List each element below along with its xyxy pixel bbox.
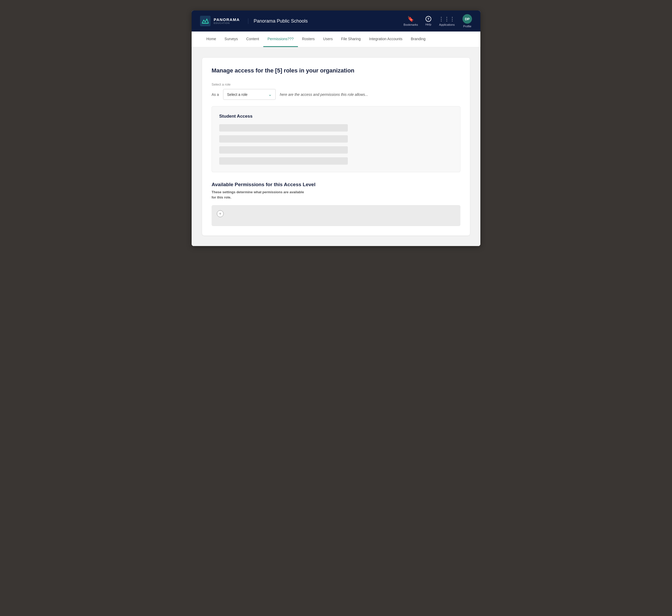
role-selector-label: Select a role	[212, 82, 460, 86]
logo-area: PANORAMA EDUCATION Panorama Public Schoo…	[200, 16, 308, 26]
role-row: As a Select a role ⌄ here are the access…	[212, 89, 460, 100]
bookmark-icon: 🔖	[407, 16, 414, 22]
avatar: DP	[463, 14, 472, 24]
nav-item-surveys[interactable]: Surveys	[220, 31, 242, 47]
browser-window: PANORAMA EDUCATION Panorama Public Schoo…	[192, 10, 480, 246]
apps-icon: ⋮⋮⋮	[439, 16, 455, 22]
dropdown-chevron-icon: ⌄	[268, 92, 272, 97]
secondary-nav: Home Surveys Content Permissions??? Rost…	[192, 31, 480, 47]
svg-rect-0	[200, 16, 211, 26]
logo-name: PANORAMA	[214, 18, 240, 22]
logo-text-block: PANORAMA EDUCATION	[214, 18, 240, 25]
applications-label: Applications	[439, 23, 455, 26]
bookmarks-button[interactable]: 🔖 Bookmarks	[403, 16, 418, 26]
profile-label: Profile	[463, 25, 471, 28]
nav-right: 🔖 Bookmarks ? Help ⋮⋮⋮ Applications DP P…	[403, 14, 472, 28]
top-nav: PANORAMA EDUCATION Panorama Public Schoo…	[192, 10, 480, 31]
nav-item-users[interactable]: Users	[319, 31, 337, 47]
student-access-section: Student Access	[212, 106, 460, 172]
add-section-box: +	[212, 205, 460, 226]
student-access-heading: Student Access	[219, 114, 453, 119]
bookmarks-label: Bookmarks	[403, 23, 418, 26]
permissions-section: Available Permissions for this Access Le…	[212, 180, 460, 226]
org-name: Panorama Public Schools	[248, 18, 308, 24]
content-card: Manage access for the [5] roles in your …	[202, 58, 470, 235]
nav-item-rosters[interactable]: Rosters	[298, 31, 319, 47]
card-title: Manage access for the [5] roles in your …	[212, 67, 460, 74]
help-label: Help	[425, 23, 431, 26]
role-hint-text: here are the access and permissions this…	[280, 92, 368, 97]
skeleton-bar-4	[219, 157, 348, 165]
svg-rect-1	[202, 23, 208, 24]
profile-button[interactable]: DP Profile	[463, 14, 472, 28]
permissions-title: Available Permissions for this Access Le…	[212, 182, 460, 187]
nav-item-integration-accounts[interactable]: Integration Accounts	[365, 31, 407, 47]
applications-button[interactable]: ⋮⋮⋮ Applications	[439, 16, 455, 26]
logo-subtext: EDUCATION	[214, 22, 240, 24]
help-icon: ?	[426, 16, 431, 22]
nav-item-permissions[interactable]: Permissions???	[263, 31, 298, 47]
add-permission-button[interactable]: +	[217, 210, 224, 217]
panorama-logo-icon	[200, 16, 211, 26]
role-dropdown[interactable]: Select a role ⌄	[223, 89, 276, 100]
main-content: Manage access for the [5] roles in your …	[192, 47, 480, 246]
nav-item-home[interactable]: Home	[202, 31, 220, 47]
skeleton-bar-2	[219, 135, 348, 143]
permissions-description: These settings determine what permission…	[212, 189, 306, 200]
help-button[interactable]: ? Help	[425, 16, 431, 26]
plus-icon: +	[219, 211, 221, 216]
role-dropdown-value: Select a role	[227, 92, 248, 97]
skeleton-bar-1	[219, 124, 348, 131]
nav-item-content[interactable]: Content	[242, 31, 263, 47]
as-a-text: As a	[212, 92, 219, 97]
nav-item-file-sharing[interactable]: File Sharing	[337, 31, 365, 47]
role-selector-section: Select a role As a Select a role ⌄ here …	[212, 82, 460, 100]
nav-item-branding[interactable]: Branding	[407, 31, 430, 47]
skeleton-bar-3	[219, 146, 348, 154]
